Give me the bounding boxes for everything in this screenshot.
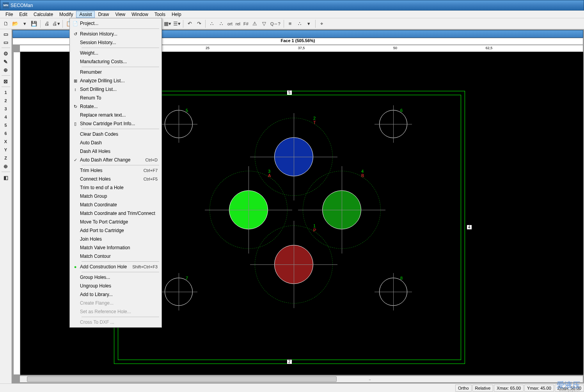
menu-item-label: Session History... <box>80 40 158 45</box>
menu-item-label: Add to Library... <box>80 292 158 297</box>
menu-item-session-history[interactable]: Session History... <box>71 38 161 47</box>
left-toolbar-t3[interactable]: ⊕ <box>2 66 10 73</box>
menu-item-trim-to-end-of-a-hole[interactable]: Trim to end of a Hole <box>71 183 161 192</box>
menu-item-match-group[interactable]: Match Group <box>71 192 161 200</box>
left-toolbar-fy[interactable]: Y <box>2 146 10 153</box>
toolbar-m1[interactable]: ≡ <box>286 20 295 28</box>
toolbar-warn[interactable]: ⚠ <box>250 20 259 28</box>
menu-item-label: Cross To DXF ... <box>80 319 158 325</box>
left-toolbar-fx[interactable]: X <box>2 138 10 145</box>
toolbar-props[interactable]: ☰▾ <box>172 20 181 28</box>
menu-item-add-port-to-cartridge[interactable]: Add Port to Cartridge <box>71 226 161 235</box>
menu-item-match-coordinate-and-trim-connect[interactable]: Match Coordinate and Trim/Connect <box>71 209 161 218</box>
crosshair-v <box>179 105 179 143</box>
menu-item-shortcut: Ctrl+F5 <box>144 177 158 181</box>
menu-item-rotate[interactable]: ↻Rotate... <box>71 102 161 111</box>
crosshair-v <box>249 166 249 254</box>
toolbar-ort[interactable]: ort <box>226 20 234 28</box>
left-toolbar-t5[interactable]: ◧ <box>2 174 10 181</box>
toolbar-c2[interactable]: ∴ <box>217 20 225 28</box>
toolbar-undo[interactable]: ↶ <box>185 20 194 28</box>
ruler-label: 50 <box>393 46 397 50</box>
left-toolbar-f6[interactable]: 6 <box>2 130 10 137</box>
menu-item-label: Move To Port Cartridge <box>80 219 158 225</box>
menu-item-match-coordinate[interactable]: Match Coordinate <box>71 200 161 209</box>
menu-item-replace-remark-text[interactable]: Replace remark text... <box>71 111 161 119</box>
menu-item-analyze-drilling-list[interactable]: ⊞Analyze Drilling List... <box>71 76 161 85</box>
left-toolbar-view2[interactable]: ▭ <box>2 39 10 46</box>
toolbar-filter2[interactable]: ▽ <box>260 20 268 28</box>
menu-icon: ⊞ <box>71 78 80 83</box>
status-ortho[interactable]: Ortho <box>455 385 472 392</box>
toolbar-print[interactable]: 🖨 <box>43 20 51 28</box>
toolbar-m2[interactable]: ∴ <box>295 20 304 28</box>
toolbar-m2d[interactable]: ▾ <box>305 20 313 28</box>
left-toolbar-fz[interactable]: Z <box>2 154 10 161</box>
left-toolbar-t1[interactable]: ⚙ <box>2 50 10 57</box>
menu-item-label: Dash All Holes <box>80 149 158 154</box>
menu-item-match-contour[interactable]: Match Contour <box>71 252 161 261</box>
left-toolbar-view1[interactable]: ▭ <box>2 30 10 37</box>
menu-item-project[interactable]: 📄Project... <box>71 19 161 28</box>
menu-item-move-to-port-cartridge[interactable]: Move To Port Cartridge <box>71 218 161 226</box>
menu-item-add-to-library[interactable]: Add to Library... <box>71 290 161 299</box>
menu-window[interactable]: Window <box>128 11 151 18</box>
toolbar-c1[interactable]: ∴ <box>208 20 216 28</box>
menu-item-join-holes[interactable]: Join Holes <box>71 235 161 243</box>
status-relative[interactable]: Relative <box>472 385 493 392</box>
menu-edit[interactable]: Edit <box>16 11 30 18</box>
toolbar-q[interactable]: Q↔? <box>269 20 282 28</box>
toolbar-print-dd[interactable]: 🖨▾ <box>52 20 60 28</box>
toolbar-fnum[interactable]: F# <box>242 20 250 28</box>
toolbar-tool[interactable]: ⌖ <box>318 20 326 28</box>
menu-item-auto-dash-after-change[interactable]: ✓Auto Dash After ChangeCtrl+D <box>71 156 161 164</box>
menu-view[interactable]: View <box>112 11 128 18</box>
menu-item-match-valve-information[interactable]: Match Valve Information <box>71 243 161 252</box>
menu-item-trim-holes[interactable]: Trim HolesCtrl+F7 <box>71 166 161 175</box>
toolbar-redo[interactable]: ↷ <box>195 20 203 28</box>
menu-item-revision-history[interactable]: ↺Revision History... <box>71 30 161 38</box>
toolbar-new[interactable]: 🗋 <box>2 20 10 28</box>
left-toolbar: ▭▭⚙✎⊕⊠123456XYZ⊕◧ <box>0 29 12 383</box>
menu-item-label: Weight... <box>80 50 158 56</box>
menu-item-clear-dash-codes[interactable]: Clear Dash Codes <box>71 130 161 138</box>
menu-item-renumber[interactable]: Renumber <box>71 68 161 76</box>
menu-item-sort-drilling-list[interactable]: ↕Sort Drilling List... <box>71 85 161 94</box>
left-toolbar-f4[interactable]: 4 <box>2 114 10 121</box>
scrollbar-thumb[interactable] <box>27 376 337 382</box>
menu-item-create-flange: Create Flange... <box>71 299 161 307</box>
left-toolbar-fspec[interactable]: ⊕ <box>2 163 10 170</box>
menu-item-weight[interactable]: Weight... <box>71 49 161 57</box>
toolbar-rel[interactable]: rel <box>234 20 241 28</box>
left-toolbar-t4[interactable]: ⊠ <box>2 78 10 85</box>
left-toolbar-t2[interactable]: ✎ <box>2 58 10 65</box>
toolbar-save[interactable]: 💾 <box>30 20 38 28</box>
toolbar-separator <box>183 20 183 28</box>
menu-calculate[interactable]: Calculate <box>30 11 56 18</box>
menu-item-group-holes[interactable]: Group Holes... <box>71 273 161 282</box>
toolbar-open[interactable]: 📂 <box>11 20 20 28</box>
left-toolbar-f3[interactable]: 3 <box>2 105 10 112</box>
menu-item-auto-dash[interactable]: Auto Dash <box>71 138 161 147</box>
menu-item-dash-all-holes[interactable]: Dash All Holes <box>71 147 161 156</box>
menu-assist[interactable]: Assist <box>76 11 95 18</box>
menu-item-show-cartridge-port-info[interactable]: ▯Show Cartridge Port Info... <box>71 119 161 128</box>
menu-file[interactable]: File <box>2 11 16 18</box>
scrollbar-horizontal[interactable]: ''' <box>20 376 583 383</box>
left-toolbar-f1[interactable]: 1 <box>2 89 10 96</box>
crosshair-v <box>294 221 294 308</box>
toolbar-open-dd[interactable]: ▾ <box>20 20 29 28</box>
left-toolbar-f5[interactable]: 5 <box>2 122 10 129</box>
menu-item-manufacturing-costs[interactable]: Manufacturing Costs... <box>71 57 161 66</box>
toolbar-layers[interactable]: ▦▾ <box>163 20 172 28</box>
hole-label: 7 <box>186 276 188 280</box>
menu-tools[interactable]: Tools <box>151 11 169 18</box>
menu-item-add-construction-hole[interactable]: ●Add Construction HoleShift+Ctrl+F3 <box>71 263 161 271</box>
left-toolbar-f2[interactable]: 2 <box>2 97 10 104</box>
menu-help[interactable]: Help <box>169 11 185 18</box>
menu-modify[interactable]: Modify <box>56 11 76 18</box>
menu-item-renum-to[interactable]: Renum To <box>71 94 161 102</box>
menu-draw[interactable]: Draw <box>95 11 112 18</box>
menu-item-ungroup-holes[interactable]: Ungroup Holes <box>71 282 161 290</box>
menu-item-connect-holes[interactable]: Connect HolesCtrl+F5 <box>71 175 161 183</box>
